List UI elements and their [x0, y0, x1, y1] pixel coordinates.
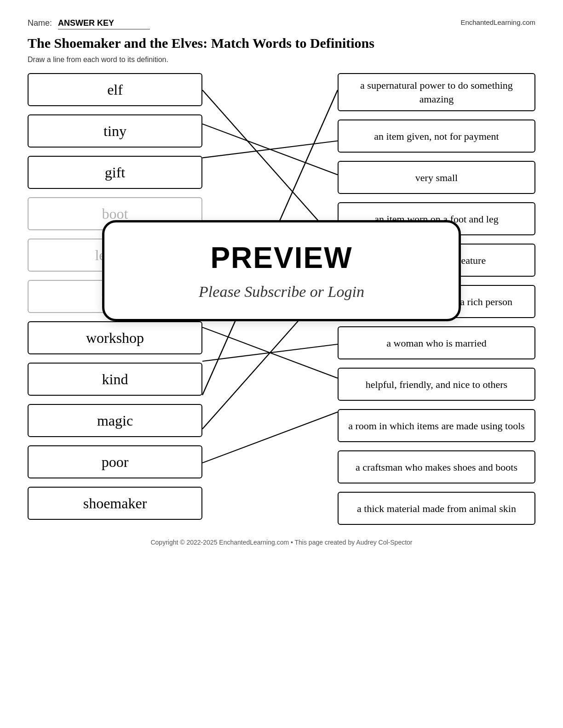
def-leather: a thick material made from animal skin — [338, 492, 535, 525]
def-workshop: a room in which items are made using too… — [338, 409, 535, 442]
word-tiny: tiny — [28, 114, 202, 148]
name-value: ANSWER KEY — [58, 18, 150, 29]
def-tiny: very small — [338, 161, 535, 194]
footer: Copyright © 2022-2025 EnchantedLearning.… — [28, 539, 535, 546]
preview-overlay: PREVIEW Please Subscribe or Login — [102, 220, 461, 321]
word-workshop: workshop — [28, 321, 202, 354]
page: Name: ANSWER KEY EnchantedLearning.com T… — [0, 0, 563, 728]
def-gift: an item given, not for payment — [338, 119, 535, 153]
preview-title: PREVIEW — [127, 241, 436, 275]
matching-area: elf tiny gift boot leather wife workshop… — [28, 73, 535, 525]
word-gift: gift — [28, 156, 202, 189]
def-magic: a supernatural power to do something ama… — [338, 73, 535, 111]
name-line: Name: ANSWER KEY — [28, 18, 150, 29]
word-poor: poor — [28, 445, 202, 478]
page-title: The Shoemaker and the Elves: Match Words… — [28, 34, 535, 52]
def-shoemaker: a craftsman who makes shoes and boots — [338, 450, 535, 483]
name-label: Name: — [28, 18, 52, 28]
site-url: EnchantedLearning.com — [460, 18, 535, 26]
word-elf: elf — [28, 73, 202, 106]
def-wife: a woman who is married — [338, 326, 535, 359]
word-kind: kind — [28, 363, 202, 396]
word-shoemaker: shoemaker — [28, 487, 202, 520]
word-magic: magic — [28, 404, 202, 437]
def-kind: helpful, friendly, and nice to others — [338, 368, 535, 401]
preview-subtitle: Please Subscribe or Login — [127, 283, 436, 301]
instructions: Draw a line from each word to its defini… — [28, 56, 535, 64]
header: Name: ANSWER KEY EnchantedLearning.com — [28, 18, 535, 29]
